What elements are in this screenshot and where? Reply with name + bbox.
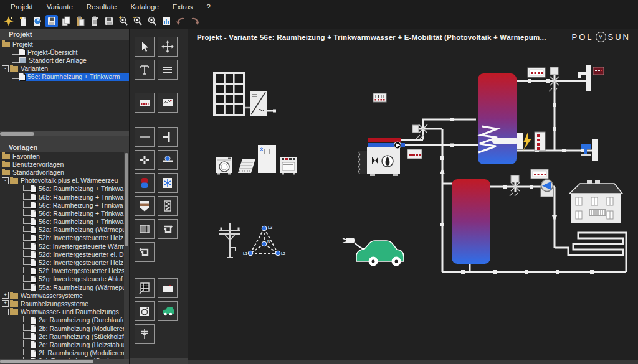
palette-controller-tool[interactable]: [135, 93, 155, 113]
menu-item-resultate[interactable]: Resultate: [80, 1, 124, 12]
tree-item[interactable]: 2a: Raumheizung (Durchlaufe: [0, 316, 129, 324]
palette-heating-loop-b-tool[interactable]: [158, 219, 178, 239]
inverter[interactable]: [250, 91, 267, 116]
pv-module[interactable]: [213, 72, 250, 116]
tree-item[interactable]: Projekt: [0, 40, 129, 48]
tree-item[interactable]: 52g: Invertergesteuerte Abluf: [0, 275, 129, 283]
report-button[interactable]: [31, 15, 44, 27]
palette-pipe-branch-tool[interactable]: [158, 127, 178, 147]
zoom-out-button[interactable]: [131, 15, 144, 27]
new-document-button[interactable]: [17, 15, 29, 27]
palette-radiator-tool[interactable]: [135, 219, 155, 239]
zoom-select-button[interactable]: [146, 15, 158, 27]
hp-controller[interactable]: [407, 149, 422, 159]
redo-button[interactable]: [189, 15, 201, 27]
expand-icon[interactable]: +: [2, 300, 9, 307]
wizard-button[interactable]: [2, 15, 15, 27]
house[interactable]: [569, 180, 622, 223]
tree-item[interactable]: -Photovoltaik plus el. Wärmeerzeu: [0, 177, 129, 185]
tree-item[interactable]: 2f: Raumheizung (Modulieren: [0, 349, 129, 357]
undo-button[interactable]: [174, 15, 187, 27]
buffer-tank[interactable]: [452, 179, 490, 264]
circulation-pump-2[interactable]: [541, 180, 553, 197]
grid-connection-pole[interactable]: [219, 223, 240, 258]
tree-item[interactable]: 2c: Raumheizung (Stückholzfe: [0, 332, 129, 340]
three-way-valve-hp[interactable]: [412, 124, 427, 139]
expand-icon[interactable]: +: [2, 292, 9, 299]
tree-item[interactable]: Standardvorlagen: [0, 168, 129, 176]
copy-button[interactable]: [60, 15, 72, 27]
stove[interactable]: [280, 157, 297, 175]
three-phase-node[interactable]: L3 N L1 L2: [243, 225, 286, 256]
hot-water-tap[interactable]: [579, 65, 604, 91]
tree-item[interactable]: 56b: Raumheizung + Trinkwa: [0, 193, 129, 201]
collapse-icon[interactable]: -: [2, 177, 9, 184]
controller-dhw[interactable]: [528, 68, 545, 77]
heater-controller[interactable]: [535, 132, 545, 151]
tree-item[interactable]: Projekt-Übersicht: [0, 48, 129, 56]
menu-item-variante[interactable]: Variante: [40, 1, 80, 12]
palette-scroll-strip[interactable]: [130, 358, 188, 364]
controller-pv[interactable]: [373, 93, 386, 102]
tree-item[interactable]: Favoriten: [0, 152, 129, 160]
tree-item[interactable]: 55a: Raumheizung (Wärmepu: [0, 283, 129, 291]
palette-move-tool[interactable]: [158, 37, 178, 57]
menu-item-projekt[interactable]: Projekt: [4, 1, 40, 12]
tree-item[interactable]: 56e: Raumheizung + Trinkwarm: [0, 73, 129, 81]
tree-item[interactable]: 52d: Invertergesteuerter el. D: [0, 250, 129, 258]
palette-coil-exchanger-tool[interactable]: [158, 196, 178, 216]
dishwasher[interactable]: [238, 159, 255, 173]
palette-grid-connection-tool[interactable]: [135, 324, 155, 344]
tree-item[interactable]: Benutzervorlagen: [0, 160, 129, 168]
tree-item[interactable]: 52b: Invertergesteuerter Heiz: [0, 234, 129, 242]
results-chart-button[interactable]: [160, 15, 173, 27]
delete-button[interactable]: [88, 15, 101, 27]
tree-item[interactable]: +Raumheizungssysteme: [0, 299, 129, 307]
palette-notes-tool[interactable]: [158, 60, 178, 80]
palette-display-tool[interactable]: [158, 93, 178, 113]
controller-heating[interactable]: [531, 169, 548, 179]
menu-item-help[interactable]: ?: [199, 1, 217, 12]
save-button[interactable]: [45, 15, 58, 27]
palette-battery-tool[interactable]: [158, 278, 178, 298]
tree-item[interactable]: -Varianten: [0, 65, 129, 73]
palette-washing-machine-tool[interactable]: [135, 301, 155, 321]
palette-tank-tool[interactable]: [135, 173, 155, 193]
palette-text-tool[interactable]: [135, 60, 155, 80]
fridge[interactable]: [258, 145, 276, 173]
palette-heat-exchanger-tool[interactable]: [158, 173, 178, 193]
paste-button[interactable]: [74, 15, 87, 27]
tree-item[interactable]: 56e: Raumheizung + Trinkwa: [0, 218, 129, 226]
electric-car[interactable]: [343, 238, 404, 266]
save-as-button[interactable]: [103, 15, 115, 27]
tree-item[interactable]: 2b: Raumheizung (Modulierer: [0, 324, 129, 332]
palette-select-tool[interactable]: [135, 37, 155, 57]
tree-item[interactable]: 56a: Raumheizung + Trinkwa: [0, 185, 129, 193]
palette-boiler-tool[interactable]: [135, 196, 155, 216]
tree-item[interactable]: +Warmwassersysteme: [0, 291, 129, 299]
palette-pipe-tool[interactable]: [135, 127, 155, 147]
circulation-pump-1[interactable]: [394, 142, 401, 149]
heat-pump[interactable]: [358, 138, 405, 176]
tree-item[interactable]: 52a: Raumheizung (Wärmepu: [0, 226, 129, 234]
palette-pv-module-tool[interactable]: [135, 278, 155, 298]
tree-item[interactable]: 52f: Invertergesteuerter Heizs: [0, 267, 129, 275]
templates-vscrollbar[interactable]: [124, 152, 129, 359]
tree-item[interactable]: 52e: Invertergesteuerter Heiz: [0, 258, 129, 266]
palette-pipe-cross-tool[interactable]: [135, 150, 155, 170]
schematic-canvas[interactable]: Projekt - Variante 56e: Raumheizung + Tr…: [188, 29, 638, 360]
collapse-icon[interactable]: -: [2, 65, 9, 72]
project-tree-hscrollbar[interactable]: [0, 131, 129, 136]
tree-item[interactable]: 52c: Invertergesteuerte Wärm: [0, 242, 129, 250]
tree-item[interactable]: Standort der Anlage: [0, 56, 129, 64]
tree-item[interactable]: 2e: Raumheizung (Heizstab u: [0, 340, 129, 348]
collapse-icon[interactable]: -: [2, 309, 9, 315]
tree-item[interactable]: -Warmwasser- und Raumheizungs: [0, 308, 129, 316]
zoom-in-button[interactable]: [117, 15, 130, 27]
tree-item[interactable]: 56d: Raumheizung + Trinkwa: [0, 209, 129, 217]
palette-heating-loop-tool[interactable]: [135, 242, 155, 262]
templates-hscrollbar[interactable]: [0, 359, 129, 364]
menu-item-extras[interactable]: Extras: [166, 1, 200, 12]
palette-electric-car-tool[interactable]: [158, 301, 178, 321]
hot-water-tank[interactable]: [478, 73, 523, 164]
